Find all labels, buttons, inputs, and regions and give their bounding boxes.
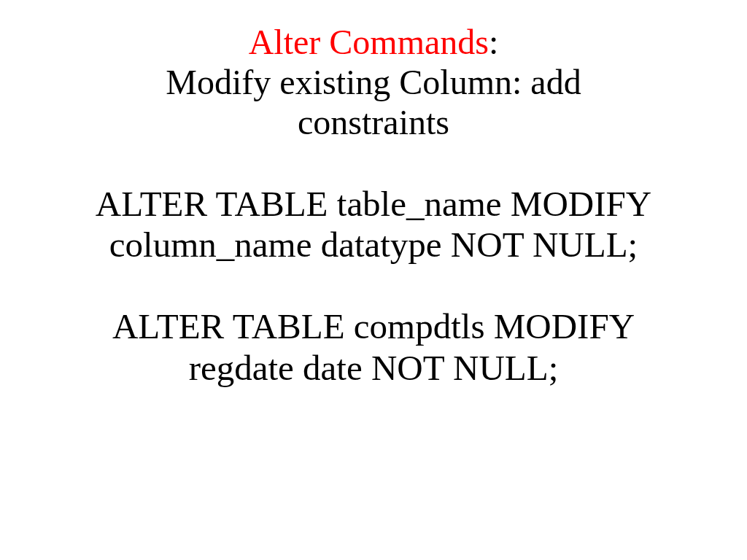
slide-content: Alter Commands: Modify existing Column: … [13, 22, 734, 389]
title-red-text: Alter Commands [249, 23, 489, 61]
spacer-2 [13, 265, 734, 306]
example-line-2: regdate date NOT NULL; [13, 348, 734, 389]
slide-title: Alter Commands: [13, 22, 734, 62]
subtitle-line-1: Modify existing Column: add [13, 62, 734, 102]
syntax-line-1: ALTER TABLE table_name MODIFY [13, 184, 734, 225]
example-line-1: ALTER TABLE compdtls MODIFY [13, 306, 734, 347]
spacer-1 [13, 143, 734, 184]
subtitle-line-2: constraints [13, 102, 734, 142]
syntax-line-2: column_name datatype NOT NULL; [13, 225, 734, 265]
title-colon: : [489, 23, 498, 61]
